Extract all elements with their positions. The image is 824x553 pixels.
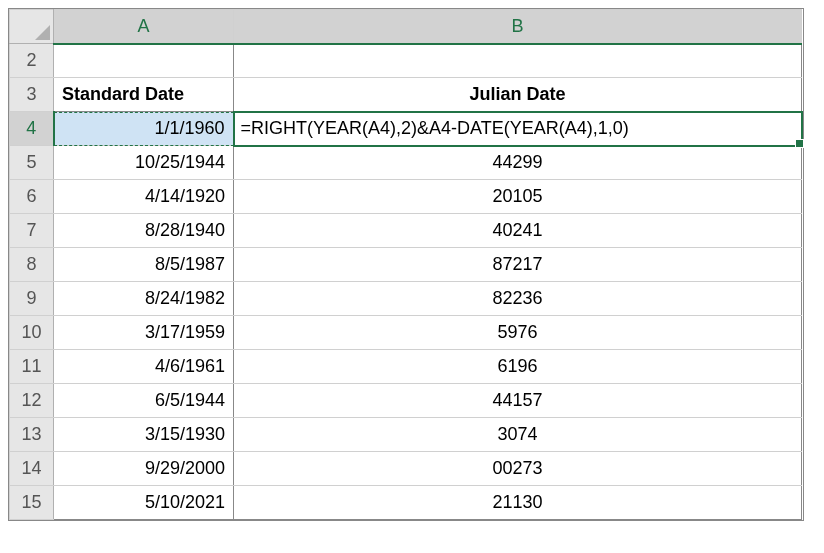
row-header-11[interactable]: 11 [10,350,54,384]
cell-a12[interactable]: 6/5/1944 [54,384,234,418]
cell-b6[interactable]: 20105 [234,180,802,214]
row-header-4[interactable]: 4 [10,112,54,146]
cell-a15[interactable]: 5/10/2021 [54,486,234,520]
row-header-10[interactable]: 10 [10,316,54,350]
row-header-3[interactable]: 3 [10,78,54,112]
header-a-label: Standard Date [62,84,184,105]
cell-a9[interactable]: 8/24/1982 [54,282,234,316]
cell-b10[interactable]: 5976 [234,316,802,350]
cell-b11[interactable]: 6196 [234,350,802,384]
select-all-corner[interactable] [10,10,54,44]
cell-b7[interactable]: 40241 [234,214,802,248]
row-header-13[interactable]: 13 [10,418,54,452]
row-header-5[interactable]: 5 [10,146,54,180]
header-b-label: Julian Date [469,84,565,105]
row-header-9[interactable]: 9 [10,282,54,316]
cell-a13[interactable]: 3/15/1930 [54,418,234,452]
cell-b2[interactable] [234,44,802,78]
cell-a6[interactable]: 4/14/1920 [54,180,234,214]
cell-b5[interactable]: 44299 [234,146,802,180]
spreadsheet: A B 2 3 Standard Date Julian Date 4 1/1/… [8,8,804,521]
cell-a10[interactable]: 3/17/1959 [54,316,234,350]
cell-b4[interactable]: =RIGHT(YEAR(A4),2)&A4-DATE(YEAR(A4),1,0) [234,112,802,146]
row-header-15[interactable]: 15 [10,486,54,520]
column-header-a[interactable]: A [54,10,234,44]
row-header-12[interactable]: 12 [10,384,54,418]
cell-a4[interactable]: 1/1/1960 [54,112,234,146]
cell-b15[interactable]: 21130 [234,486,802,520]
cell-a7[interactable]: 8/28/1940 [54,214,234,248]
row-header-2[interactable]: 2 [10,44,54,78]
cell-a2[interactable] [54,44,234,78]
row-header-7[interactable]: 7 [10,214,54,248]
cell-b14[interactable]: 00273 [234,452,802,486]
cell-a11[interactable]: 4/6/1961 [54,350,234,384]
cell-a5[interactable]: 10/25/1944 [54,146,234,180]
cell-a14[interactable]: 9/29/2000 [54,452,234,486]
formula-text: =RIGHT(YEAR(A4),2)&A4-DATE(YEAR(A4),1,0) [241,118,629,139]
cell-a3[interactable]: Standard Date [54,78,234,112]
cell-b8[interactable]: 87217 [234,248,802,282]
row-header-6[interactable]: 6 [10,180,54,214]
column-header-b[interactable]: B [234,10,802,44]
row-header-14[interactable]: 14 [10,452,54,486]
cell-b3[interactable]: Julian Date [234,78,802,112]
cell-b13[interactable]: 3074 [234,418,802,452]
row-header-8[interactable]: 8 [10,248,54,282]
cell-b12[interactable]: 44157 [234,384,802,418]
cell-a8[interactable]: 8/5/1987 [54,248,234,282]
cell-b9[interactable]: 82236 [234,282,802,316]
